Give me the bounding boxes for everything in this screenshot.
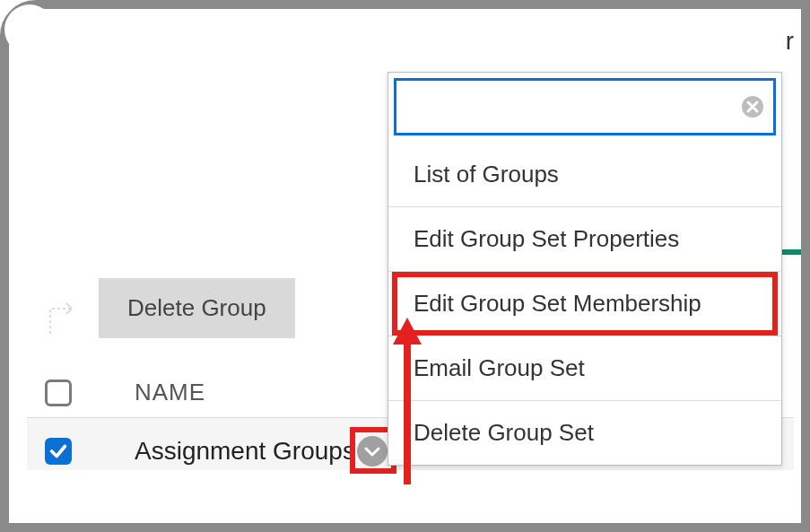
column-header-name[interactable]: NAME [135, 379, 205, 406]
menu-item-label: Edit Group Set Membership [414, 290, 701, 317]
cropped-text-fragment: r [786, 27, 794, 56]
menu-item-email-group-set[interactable]: Email Group Set [388, 336, 781, 400]
row-actions-menu: List of Groups Edit Group Set Properties… [388, 72, 782, 466]
delete-group-button[interactable]: Delete Group [99, 278, 295, 338]
menu-item-edit-membership[interactable]: Edit Group Set Membership [388, 271, 781, 336]
menu-item-edit-properties[interactable]: Edit Group Set Properties [388, 206, 781, 271]
group-set-name[interactable]: Assignment Groups [135, 437, 355, 466]
select-all-checkbox[interactable] [45, 379, 72, 406]
row-name-cell: Assignment Groups [135, 436, 388, 467]
selection-arrow-icon [45, 282, 81, 336]
chevron-down-icon [363, 445, 381, 458]
menu-search-input[interactable] [394, 78, 776, 135]
menu-item-list-groups[interactable]: List of Groups [388, 143, 781, 206]
divider-accent [780, 249, 801, 255]
corner-decoration [4, 4, 55, 55]
check-icon [48, 441, 68, 461]
row-checkbox[interactable] [45, 438, 72, 465]
close-circle-icon [740, 94, 765, 119]
menu-search-wrap [394, 78, 776, 135]
menu-item-delete-group-set[interactable]: Delete Group Set [388, 400, 781, 465]
row-actions-dropdown-trigger[interactable] [357, 436, 388, 467]
clear-search-button[interactable] [740, 94, 765, 119]
